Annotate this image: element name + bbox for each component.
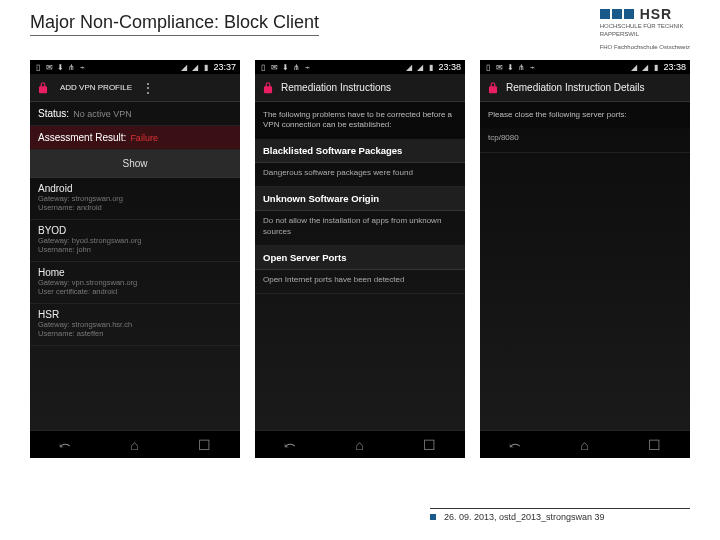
profile-gateway: Gateway: vpn.strongswan.org: [38, 278, 232, 287]
signal-icon: ◢: [416, 63, 424, 71]
debug-icon: ⌁: [78, 63, 86, 71]
status-label: Status:: [38, 108, 69, 119]
debug-icon: ⌁: [528, 63, 536, 71]
status-row: Status: No active VPN: [30, 102, 240, 126]
profile-user: User certificate: android: [38, 287, 232, 296]
vpn-profile-hsr[interactable]: HSR Gateway: strongswan.hsr.ch Username:…: [30, 304, 240, 346]
slide-footer: 26. 09. 2013, ostd_2013_strongswan 39: [430, 508, 690, 522]
lock-icon: [486, 81, 500, 95]
port-detail: tcp/8080: [480, 128, 690, 152]
back-button[interactable]: ⤺: [509, 437, 521, 453]
recents-button[interactable]: ☐: [423, 437, 436, 453]
wifi-icon: ◢: [405, 63, 413, 71]
back-button[interactable]: ⤺: [59, 437, 71, 453]
screen-title: Remediation Instruction Details: [506, 82, 684, 93]
footer-text: 26. 09. 2013, ostd_2013_strongswan 39: [444, 512, 605, 522]
profile-user: Username: asteffen: [38, 329, 232, 338]
footer-bullet-icon: [430, 514, 436, 520]
vpn-profile-byod[interactable]: BYOD Gateway: byod.strongswan.org Userna…: [30, 220, 240, 262]
phone-3: ▯ ✉ ⬇ ⋔ ⌁ ◢ ◢ ▮ 23:38 Remediation Instru…: [480, 60, 690, 458]
profile-gateway: Gateway: byod.strongswan.org: [38, 236, 232, 245]
battery-icon: ▮: [202, 63, 210, 71]
app-header: ADD VPN PROFILE ⋮: [30, 74, 240, 102]
phone-2: ▯ ✉ ⬇ ⋔ ⌁ ◢ ◢ ▮ 23:38 Remediation Instru…: [255, 60, 465, 458]
slide-title: Major Non-Compliance: Block Client: [30, 12, 319, 36]
section-blacklisted-body: Dangerous software packages were found: [255, 163, 465, 187]
instructions-intro: The following problems have to be correc…: [255, 102, 465, 139]
download-icon: ⬇: [56, 63, 64, 71]
android-nav-bar: ⤺ ⌂ ☐: [480, 430, 690, 458]
back-button[interactable]: ⤺: [284, 437, 296, 453]
assessment-row: Assessment Result: Failure: [30, 126, 240, 150]
phone-row: ▯ ✉ ⬇ ⋔ ⌁ ◢ ◢ ▮ 23:37 ADD VPN PROFILE ⋮ …: [30, 60, 690, 458]
sim-icon: ▯: [259, 63, 267, 71]
section-unknown-origin[interactable]: Unknown Software Origin: [255, 187, 465, 211]
android-nav-bar: ⤺ ⌂ ☐: [30, 430, 240, 458]
sim-icon: ▯: [484, 63, 492, 71]
logo-area: HSR HOCHSCHULE FÜR TECHNIK RAPPERSWIL FH…: [600, 6, 690, 50]
app-header: Remediation Instruction Details: [480, 74, 690, 102]
home-button[interactable]: ⌂: [355, 437, 363, 453]
section-open-ports[interactable]: Open Server Ports: [255, 246, 465, 270]
home-button[interactable]: ⌂: [130, 437, 138, 453]
profile-gateway: Gateway: strongswan.org: [38, 194, 232, 203]
vpn-profile-home[interactable]: Home Gateway: vpn.strongswan.org User ce…: [30, 262, 240, 304]
home-button[interactable]: ⌂: [580, 437, 588, 453]
recents-button[interactable]: ☐: [198, 437, 211, 453]
download-icon: ⬇: [281, 63, 289, 71]
mail-icon: ✉: [45, 63, 53, 71]
android-nav-bar: ⤺ ⌂ ☐: [255, 430, 465, 458]
phone-1: ▯ ✉ ⬇ ⋔ ⌁ ◢ ◢ ▮ 23:37 ADD VPN PROFILE ⋮ …: [30, 60, 240, 458]
signal-icon: ◢: [191, 63, 199, 71]
profile-gateway: Gateway: strongswan.hsr.ch: [38, 320, 232, 329]
wifi-icon: ◢: [180, 63, 188, 71]
battery-icon: ▮: [652, 63, 660, 71]
lock-icon: [36, 81, 50, 95]
profile-user: Username: android: [38, 203, 232, 212]
sim-icon: ▯: [34, 63, 42, 71]
profile-user: Username: john: [38, 245, 232, 254]
vpn-profile-android[interactable]: Android Gateway: strongswan.org Username…: [30, 178, 240, 220]
android-status-bar: ▯ ✉ ⬇ ⋔ ⌁ ◢ ◢ ▮ 23:37: [30, 60, 240, 74]
status-value: No active VPN: [73, 109, 132, 119]
profile-name: BYOD: [38, 225, 232, 236]
usb-icon: ⋔: [517, 63, 525, 71]
profile-name: Android: [38, 183, 232, 194]
logo-subtitle-1: HOCHSCHULE FÜR TECHNIK: [600, 23, 690, 30]
usb-icon: ⋔: [67, 63, 75, 71]
profile-name: Home: [38, 267, 232, 278]
logo-squares: [600, 9, 634, 19]
logo-hsr-text: HSR: [640, 6, 673, 22]
android-status-bar: ▯ ✉ ⬇ ⋔ ⌁ ◢ ◢ ▮ 23:38: [480, 60, 690, 74]
lock-icon: [261, 81, 275, 95]
recents-button[interactable]: ☐: [648, 437, 661, 453]
clock: 23:38: [438, 62, 461, 72]
signal-icon: ◢: [641, 63, 649, 71]
logo-fho: FHO Fachhochschule Ostschweiz: [600, 44, 690, 50]
assessment-value: Failure: [130, 133, 158, 143]
show-button[interactable]: Show: [30, 150, 240, 178]
logo-subtitle-2: RAPPERSWIL: [600, 31, 690, 38]
profile-name: HSR: [38, 309, 232, 320]
details-intro: Please close the following server ports:: [480, 102, 690, 128]
overflow-menu-icon[interactable]: ⋮: [142, 81, 154, 95]
assessment-label: Assessment Result:: [38, 132, 126, 143]
download-icon: ⬇: [506, 63, 514, 71]
section-unknown-origin-body: Do not allow the installation of apps fr…: [255, 211, 465, 246]
android-status-bar: ▯ ✉ ⬇ ⋔ ⌁ ◢ ◢ ▮ 23:38: [255, 60, 465, 74]
section-open-ports-body: Open Internet ports have been detected: [255, 270, 465, 294]
app-header: Remediation Instructions: [255, 74, 465, 102]
add-vpn-profile-button[interactable]: ADD VPN PROFILE: [56, 81, 136, 94]
screen-title: Remediation Instructions: [281, 82, 459, 93]
clock: 23:37: [213, 62, 236, 72]
usb-icon: ⋔: [292, 63, 300, 71]
battery-icon: ▮: [427, 63, 435, 71]
wifi-icon: ◢: [630, 63, 638, 71]
mail-icon: ✉: [495, 63, 503, 71]
section-blacklisted[interactable]: Blacklisted Software Packages: [255, 139, 465, 163]
debug-icon: ⌁: [303, 63, 311, 71]
clock: 23:38: [663, 62, 686, 72]
mail-icon: ✉: [270, 63, 278, 71]
